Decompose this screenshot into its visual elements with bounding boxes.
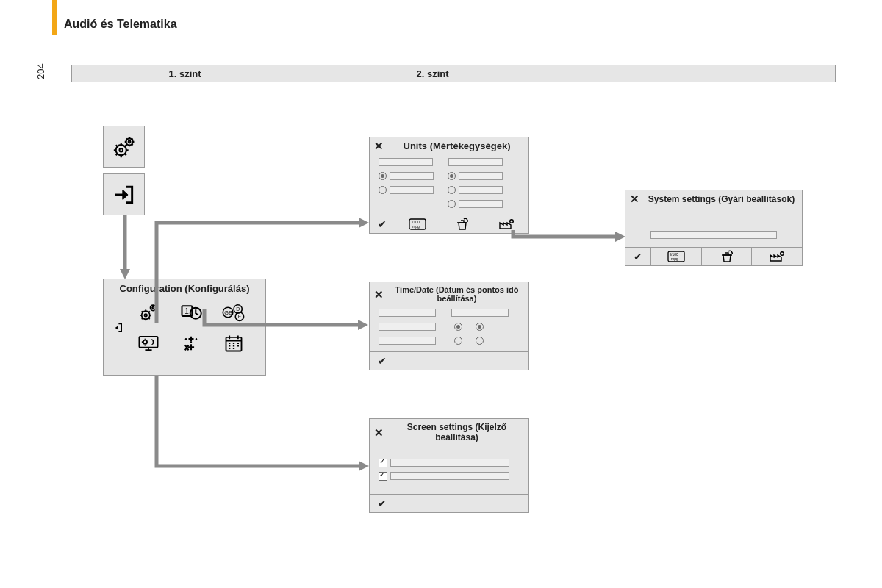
level-header-1: 1. szint xyxy=(71,65,298,82)
units-dialog: ✕ Units (Mértékegységek) ✔ l/100mpg xyxy=(369,137,529,234)
settings-button[interactable] xyxy=(103,126,145,168)
footer-factory-icon[interactable] xyxy=(751,248,802,265)
svg-point-29 xyxy=(510,220,514,223)
radio-option[interactable] xyxy=(379,186,387,194)
flow-arrow xyxy=(202,307,371,337)
svg-point-1 xyxy=(119,148,123,151)
svg-text:mpg: mpg xyxy=(671,257,678,261)
flow-arrow xyxy=(154,373,375,476)
svg-marker-36 xyxy=(120,269,130,279)
confirm-button[interactable]: ✔ xyxy=(625,248,650,265)
page-tab-accent xyxy=(52,0,57,35)
radio-option[interactable] xyxy=(476,337,484,345)
footer-spacer xyxy=(395,352,528,370)
close-icon[interactable]: ✕ xyxy=(374,289,384,300)
radio-option[interactable] xyxy=(476,323,484,331)
radio-option[interactable] xyxy=(454,323,462,331)
svg-marker-5 xyxy=(115,326,118,329)
units-dialog-title: Units (Mértékegységek) xyxy=(390,140,524,151)
confirm-button[interactable]: ✔ xyxy=(370,495,395,512)
close-icon[interactable]: ✕ xyxy=(374,427,384,438)
radio-option[interactable] xyxy=(379,172,387,180)
svg-point-6 xyxy=(142,311,150,319)
level-header-2: 2. szint xyxy=(298,65,567,82)
radio-option[interactable] xyxy=(448,172,456,180)
svg-point-3 xyxy=(128,140,130,143)
footer-spacer xyxy=(395,495,528,512)
screen-dialog: ✕ Screen settings (Kijelző beállítása) ✔ xyxy=(369,418,529,513)
config-units-icon[interactable] xyxy=(181,333,201,354)
svg-point-20 xyxy=(143,340,147,344)
svg-marker-4 xyxy=(122,190,128,199)
flow-arrow xyxy=(121,215,129,281)
svg-point-2 xyxy=(126,138,132,145)
svg-point-23 xyxy=(190,342,192,343)
section-title: Audió és Telematika xyxy=(64,18,177,31)
footer-reset-icon[interactable] xyxy=(440,215,484,233)
footer-mpg-icon[interactable]: l/100mpg xyxy=(650,248,701,265)
timedate-dialog: ✕ Time/Date (Dátum és pontos idő beállít… xyxy=(369,282,529,370)
checkbox-option[interactable] xyxy=(379,472,387,481)
timedate-dialog-title: Time/Date (Dátum és pontos idő beállítás… xyxy=(390,285,524,303)
radio-option[interactable] xyxy=(454,337,462,345)
page-number: 204 xyxy=(35,63,46,79)
svg-marker-37 xyxy=(359,218,369,228)
enter-button[interactable] xyxy=(103,173,145,215)
svg-point-34 xyxy=(781,252,784,256)
svg-point-21 xyxy=(185,338,187,340)
radio-option[interactable] xyxy=(448,186,456,194)
system-dialog-title: System settings (Gyári beállítások) xyxy=(645,194,797,204)
footer-reset-icon[interactable] xyxy=(701,248,752,265)
footer-mpg-icon[interactable]: l/100mpg xyxy=(395,215,440,233)
confirm-button[interactable]: ✔ xyxy=(370,352,395,370)
flow-arrow xyxy=(511,228,628,243)
close-icon[interactable]: ✕ xyxy=(374,140,384,151)
gears-icon xyxy=(112,135,137,159)
screen-dialog-title: Screen settings (Kijelző beállítása) xyxy=(390,422,524,442)
svg-point-22 xyxy=(196,338,197,340)
enter-icon xyxy=(112,183,136,207)
system-dialog: ✕ System settings (Gyári beállítások) ✔ … xyxy=(625,190,803,266)
back-icon[interactable] xyxy=(112,322,123,334)
checkbox-option[interactable] xyxy=(379,459,387,467)
close-icon[interactable]: ✕ xyxy=(630,193,639,204)
config-display-icon[interactable] xyxy=(137,332,160,354)
svg-text:mpg: mpg xyxy=(412,224,420,229)
radio-option[interactable] xyxy=(448,200,456,208)
svg-point-0 xyxy=(115,145,126,155)
svg-marker-40 xyxy=(615,232,625,242)
svg-marker-39 xyxy=(359,461,369,471)
svg-point-7 xyxy=(145,314,148,317)
svg-marker-38 xyxy=(358,320,368,330)
level-header-3 xyxy=(567,65,836,82)
